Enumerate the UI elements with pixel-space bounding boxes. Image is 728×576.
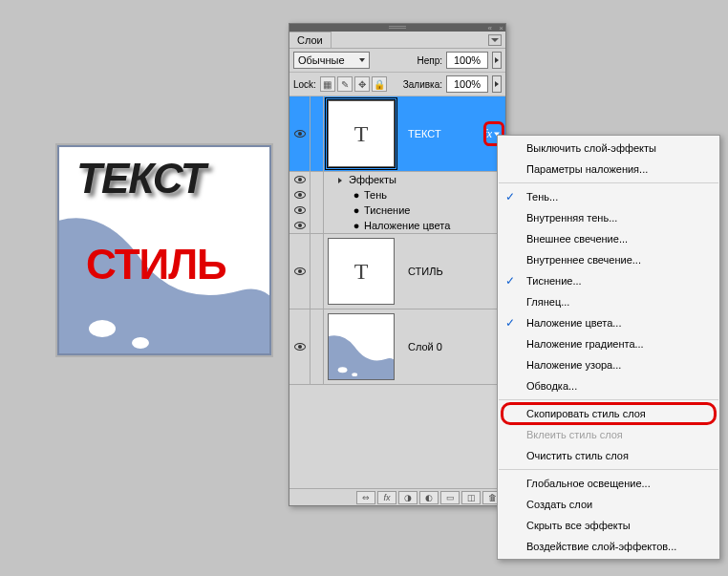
menu-item[interactable]: Наложение узора...	[498, 354, 719, 375]
layer-thumbnail[interactable]: T	[328, 100, 395, 167]
menu-item[interactable]: Воздействие слой-эффектов...	[498, 536, 719, 557]
opacity-input[interactable]: 100%	[446, 52, 488, 69]
chevron-down-icon	[359, 58, 365, 62]
menu-item-label: Воздействие слой-эффектов...	[526, 541, 676, 552]
menu-item-label: Глобальное освещение...	[526, 478, 651, 489]
menu-item-label: Параметры наложения...	[526, 163, 648, 175]
svg-point-0	[89, 320, 116, 337]
svg-point-1	[132, 337, 149, 349]
menu-item[interactable]: Внутренняя тень...	[498, 207, 719, 228]
close-icon[interactable]: ×	[499, 24, 503, 32]
blend-mode-select[interactable]: Обычные	[293, 52, 370, 69]
effect-name: Тень	[364, 189, 387, 201]
layer-name[interactable]: Слой 0	[398, 341, 442, 352]
menu-item-label: Наложение узора...	[526, 359, 621, 371]
menu-item[interactable]: Обводка...	[498, 375, 719, 396]
menu-item[interactable]: Внешнее свечение...	[498, 228, 719, 249]
collapse-icon[interactable]: «	[488, 24, 492, 32]
layer-row-image[interactable]: Слой 0	[289, 309, 505, 385]
effects-header-row[interactable]: Эффекты	[289, 172, 505, 187]
effect-row[interactable]: ● Тиснение	[289, 203, 505, 218]
preview-text-2: СТИЛЬ	[86, 241, 226, 288]
menu-separator	[499, 182, 718, 183]
menu-item[interactable]: Выключить слой-эффекты	[498, 138, 719, 159]
menu-item[interactable]: Очистить стиль слоя	[498, 445, 719, 466]
menu-item[interactable]: Наложение градиента...	[498, 333, 719, 354]
opacity-flyout-button[interactable]	[492, 52, 502, 69]
layer-thumbnail[interactable]: T	[328, 238, 395, 305]
visibility-icon[interactable]	[294, 191, 306, 199]
menu-item-label: Тиснение...	[526, 275, 582, 287]
layers-list: T ТЕКСТ fx Эффекты ● Тень ●	[289, 96, 505, 488]
visibility-icon[interactable]	[294, 206, 306, 214]
fill-input[interactable]: 100%	[446, 75, 488, 93]
menu-item[interactable]: Создать слои	[498, 494, 719, 515]
menu-separator	[499, 399, 718, 400]
menu-item-label: Тень...	[526, 191, 558, 203]
layer-row-text1[interactable]: T ТЕКСТ fx	[289, 96, 505, 172]
menu-item[interactable]: Скопировать стиль слоя	[498, 403, 719, 424]
menu-item-label: Вклеить стиль слоя	[526, 429, 623, 440]
menu-item-label: Внутреннее свечение...	[526, 254, 641, 266]
layers-panel: « × Слои Обычные Непр: 100% Lock: ▦ ✎ ✥ …	[289, 23, 506, 506]
menu-item-label: Скопировать стиль слоя	[526, 408, 646, 419]
menu-item[interactable]: Глобальное освещение...	[498, 473, 719, 494]
link-layers-icon[interactable]: ⇔	[356, 491, 375, 504]
visibility-icon[interactable]	[294, 343, 306, 351]
preview-text-1: ТЕКСТ	[76, 155, 205, 203]
effect-name: Наложение цвета	[364, 220, 450, 231]
tab-layers[interactable]: Слои	[289, 32, 332, 48]
fx-icon[interactable]: fx	[377, 491, 396, 504]
mask-icon[interactable]: ◑	[398, 491, 418, 504]
panel-footer: ⇔ fx ◑ ◐ ▭ ◫ 🗑	[289, 488, 505, 505]
new-layer-icon[interactable]: ◫	[461, 491, 481, 504]
layer-thumbnail[interactable]	[328, 313, 395, 380]
effects-list: Эффекты ● Тень ● Тиснение ● Наложение цв…	[289, 172, 505, 234]
menu-separator	[499, 469, 718, 470]
fill-flyout-button[interactable]	[492, 75, 502, 93]
triangle-down-icon	[338, 178, 342, 183]
lock-paint-icon[interactable]: ✎	[337, 76, 353, 92]
layer-name[interactable]: СТИЛЬ	[398, 266, 443, 277]
menu-item-label: Выключить слой-эффекты	[526, 142, 656, 154]
check-icon: ✓	[505, 190, 515, 203]
effect-name: Тиснение	[364, 204, 410, 216]
lock-all-icon[interactable]: 🔒	[372, 76, 387, 92]
grip-icon	[389, 26, 406, 30]
panel-menu-button[interactable]	[488, 34, 502, 46]
menu-item-label: Внутренняя тень...	[526, 212, 617, 224]
menu-item[interactable]: ✓Тень...	[498, 186, 719, 207]
lock-transparency-icon[interactable]: ▦	[320, 76, 335, 92]
menu-item[interactable]: Скрыть все эффекты	[498, 515, 719, 536]
svg-point-3	[338, 367, 348, 373]
visibility-icon[interactable]	[294, 130, 306, 138]
folder-icon[interactable]: ▭	[440, 491, 460, 504]
panel-titlebar[interactable]: « ×	[289, 24, 505, 32]
menu-item[interactable]: ✓Тиснение...	[498, 270, 719, 291]
visibility-icon[interactable]	[294, 176, 306, 183]
visibility-icon[interactable]	[294, 222, 306, 229]
layer-name[interactable]: ТЕКСТ	[398, 128, 441, 139]
panel-tabbar: Слои	[289, 32, 505, 49]
menu-item-label: Глянец...	[526, 296, 569, 308]
menu-item-label: Очистить стиль слоя	[526, 450, 629, 461]
menu-item[interactable]: ✓Наложение цвета...	[498, 312, 719, 333]
lock-move-icon[interactable]: ✥	[354, 76, 370, 92]
menu-item-label: Обводка...	[526, 380, 577, 392]
fill-label: Заливка:	[403, 79, 442, 90]
menu-item-label: Скрыть все эффекты	[526, 520, 631, 531]
document-preview: ТЕКСТ СТИЛЬ	[57, 145, 271, 355]
effect-row[interactable]: ● Наложение цвета	[289, 218, 505, 233]
menu-item[interactable]: Внутреннее свечение...	[498, 249, 719, 270]
effect-row[interactable]: ● Тень	[289, 187, 505, 203]
visibility-icon[interactable]	[294, 267, 306, 275]
menu-item[interactable]: Глянец...	[498, 291, 719, 312]
lock-label: Lock:	[293, 79, 316, 90]
effects-label: Эффекты	[349, 174, 396, 185]
menu-item[interactable]: Параметры наложения...	[498, 159, 719, 180]
menu-item-label: Создать слои	[526, 499, 592, 510]
check-icon: ✓	[505, 274, 515, 288]
adjustment-icon[interactable]: ◐	[419, 491, 439, 504]
layer-row-text2[interactable]: T СТИЛЬ	[289, 234, 505, 309]
menu-item-label: Внешнее свечение...	[526, 233, 628, 245]
